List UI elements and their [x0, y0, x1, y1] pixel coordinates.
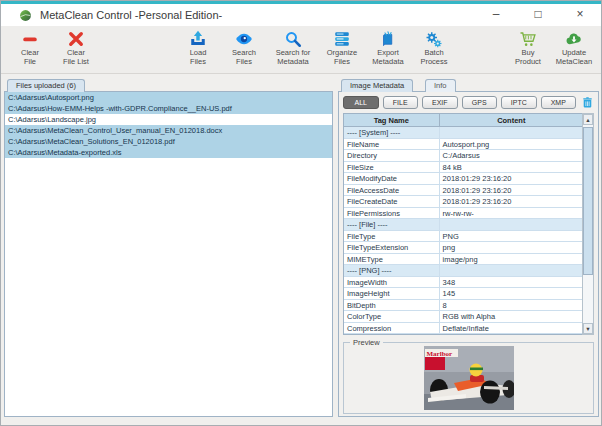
table-row[interactable]: ImageWidth348 — [344, 277, 583, 289]
table-row[interactable]: FileTypeExtensionpng — [344, 242, 583, 254]
table-row[interactable]: BitDepth8 — [344, 300, 583, 312]
scroll-down-arrow[interactable]: ▼ — [583, 323, 593, 334]
metaclean-logo-icon — [19, 9, 32, 22]
cloud-download-icon — [564, 30, 584, 48]
stacked-drives-icon — [332, 30, 352, 48]
table-row[interactable]: CompressionDeflate/Inflate — [344, 323, 583, 335]
table-row-section[interactable]: ---- [PNG] ---- — [344, 265, 583, 277]
search-for-metadata-button[interactable]: Search for Metadata — [267, 30, 319, 66]
table-row[interactable]: MIMETypeimage/png — [344, 254, 583, 266]
table-row-section[interactable]: ---- [File] ---- — [344, 219, 583, 231]
table-row[interactable]: FileAccessDate2018:01:29 23:16:20 — [344, 185, 583, 197]
preview-group: Preview Marlbor — [343, 342, 594, 414]
table-row[interactable]: FileSize84 kB — [344, 162, 583, 174]
file-list-item[interactable]: C:\Adarsus\How-EMM-Helps -with-GDPR.Comp… — [5, 103, 332, 114]
table-row[interactable]: FileCreateDate2018:01:29 23:16:20 — [344, 196, 583, 208]
filter-gps-button[interactable]: GPS — [462, 96, 498, 109]
window-title: MetaClean Control -Personal Edition- — [40, 9, 222, 21]
table-row[interactable]: FileTypePNG — [344, 231, 583, 243]
filter-xmp-button[interactable]: XMP — [541, 96, 577, 109]
metaclean-window: { "window": { "title": "MetaClean Contro… — [0, 0, 602, 426]
export-metadata-button[interactable]: Export Metadata — [365, 30, 411, 66]
files-uploaded-tab[interactable]: Files uploaded (6) — [7, 79, 85, 92]
preview-image: Marlbor — [424, 346, 514, 410]
title-bar: MetaClean Control -Personal Edition- – □… — [1, 4, 601, 26]
load-files-icon — [188, 30, 208, 48]
table-row-section[interactable]: ---- [System] ---- — [344, 127, 583, 139]
column-header-content[interactable]: Content — [440, 114, 583, 126]
filter-all-button[interactable]: ALL — [343, 96, 379, 109]
eye-icon — [234, 30, 254, 48]
svg-text:Marlbor: Marlbor — [426, 350, 452, 358]
maximize-button[interactable]: □ — [517, 4, 559, 26]
file-list: C:\Adarsus\Autosport.png C:\Adarsus\How-… — [4, 91, 333, 417]
table-row[interactable]: ImageHeight145 — [344, 288, 583, 300]
gears-icon — [424, 30, 444, 48]
clear-file-icon — [20, 30, 40, 48]
file-list-item[interactable]: C:\Adarsus\Metadata-exported.xls — [5, 147, 332, 158]
scroll-up-arrow[interactable]: ▲ — [583, 114, 593, 125]
preview-label: Preview — [350, 338, 383, 347]
table-row[interactable]: ColorTypeRGB with Alpha — [344, 311, 583, 323]
update-metaclean-button[interactable]: Update MetaClean — [551, 30, 597, 66]
table-scrollbar[interactable]: ▲ ▼ — [582, 113, 594, 335]
file-list-item[interactable]: C:\Adarsus\MetaClean_Solutions_EN_012018… — [5, 136, 332, 147]
filter-file-button[interactable]: FILE — [383, 96, 419, 109]
filter-exif-button[interactable]: EXIF — [422, 96, 458, 109]
clear-file-button[interactable]: Clear File — [7, 30, 53, 66]
close-button[interactable]: × — [559, 4, 601, 26]
trash-icon — [581, 96, 594, 109]
magnifier-icon — [283, 30, 303, 48]
organize-files-button[interactable]: Organize Files — [319, 30, 365, 66]
metadata-table-header: Tag Name Content — [344, 114, 583, 127]
shopping-cart-icon — [518, 30, 538, 48]
table-row[interactable]: FilePermissionsrw-rw-rw- — [344, 208, 583, 220]
file-list-item[interactable]: C:\Adarsus\MetaClean_Control_User_manual… — [5, 125, 332, 136]
metadata-table: Tag Name Content ---- [System] ---- File… — [343, 113, 584, 335]
search-files-button[interactable]: Search Files — [221, 30, 267, 66]
clear-file-list-icon — [66, 30, 86, 48]
minimize-button[interactable]: – — [475, 4, 517, 26]
load-files-button[interactable]: Load Files — [175, 30, 221, 66]
table-row[interactable]: DirectoryC:/Adarsus — [344, 150, 583, 162]
filter-iptc-button[interactable]: IPTC — [501, 96, 537, 109]
delete-metadata-button[interactable] — [580, 96, 594, 109]
export-book-icon — [378, 30, 398, 48]
tab-info[interactable]: Info — [425, 79, 456, 92]
metadata-filter-bar: ALL FILE EXIF GPS IPTC XMP — [343, 96, 594, 109]
table-row[interactable]: FileModifyDate2018:01:29 23:16:20 — [344, 173, 583, 185]
column-header-tag-name[interactable]: Tag Name — [344, 114, 440, 126]
buy-product-button[interactable]: Buy Product — [505, 30, 551, 66]
clear-file-list-button[interactable]: Clear File List — [53, 30, 99, 66]
metadata-panel: ALL FILE EXIF GPS IPTC XMP Tag Name Cont… — [338, 91, 599, 417]
scrollbar-thumb[interactable] — [583, 127, 593, 275]
tab-image-metadata[interactable]: Image Metadata — [341, 79, 413, 92]
table-row[interactable]: FileNameAutosport.png — [344, 139, 583, 151]
toolbar: Clear File Clear File List Load Files Se… — [1, 26, 601, 74]
batch-process-button[interactable]: Batch Process — [411, 30, 457, 66]
file-list-item[interactable]: C:\Adarsus\Autosport.png — [5, 92, 332, 103]
file-list-item[interactable]: C:\Adarsus\Landscape.jpg — [5, 114, 332, 125]
window-controls: – □ × — [475, 4, 601, 26]
